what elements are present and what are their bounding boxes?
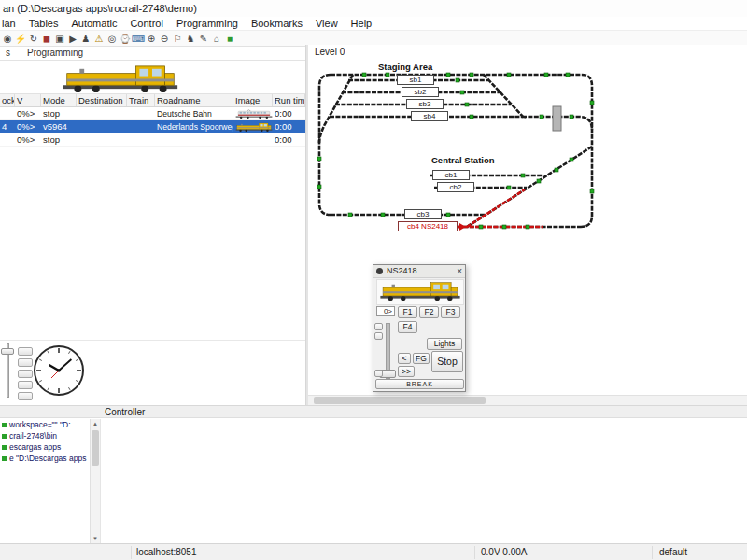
tab-programming[interactable]: Programming xyxy=(19,47,92,60)
level-caption: Level 0 xyxy=(315,47,345,57)
selected-loco-preview xyxy=(59,63,182,93)
mini-function-button[interactable] xyxy=(18,392,33,400)
mini-function-button[interactable] xyxy=(18,347,33,356)
sensors-layer xyxy=(317,73,594,229)
menu-item-programming[interactable]: Programming xyxy=(170,17,245,30)
block-sb4[interactable]: sb4 xyxy=(411,111,448,121)
scroll-down-icon[interactable]: ▼ xyxy=(91,534,100,543)
log-vertical-scrollbar[interactable]: ▲ ▼ xyxy=(90,419,100,543)
block-sb1[interactable]: sb1 xyxy=(397,75,434,85)
divider xyxy=(652,546,653,559)
throttle-dialog: NS2418 × 0> F1 F2 F3 F4 Lights < FG Stop… xyxy=(373,264,466,392)
plug-icon[interactable]: ⚡ xyxy=(14,32,27,46)
col-roadname[interactable]: Roadname xyxy=(155,94,233,106)
zoom-out-icon[interactable]: ⊖ xyxy=(158,32,171,46)
close-icon[interactable]: × xyxy=(457,265,462,277)
loco-table-row-selected[interactable]: 4 0%> v5964 Nederlands Spoorwegen 0:00 xyxy=(0,120,305,133)
controller-title: Controller xyxy=(105,406,145,418)
col-train[interactable]: Train xyxy=(127,94,155,106)
stop-icon[interactable]: ◼ xyxy=(40,32,53,46)
folder-icon[interactable]: ⌂ xyxy=(210,32,223,46)
log-level-icon xyxy=(2,456,7,461)
log-level-icon xyxy=(2,445,7,450)
occupied-route xyxy=(458,189,543,227)
status-host: localhost:8051 xyxy=(136,544,197,560)
prev-button[interactable]: < xyxy=(398,353,411,364)
tab-trains[interactable]: s xyxy=(0,47,19,60)
throttle-titlebar[interactable]: NS2418 × xyxy=(374,265,465,278)
mini-function-button[interactable] xyxy=(18,381,33,389)
row-loco-image xyxy=(233,120,273,133)
direction-arrow xyxy=(459,223,466,231)
warning-icon[interactable]: ⚠ xyxy=(92,32,106,46)
scrollbar-thumb[interactable] xyxy=(314,397,486,404)
left-tab-bar: s Programming xyxy=(0,47,305,61)
menu-item-control[interactable]: Control xyxy=(123,17,169,30)
scrollbar-thumb[interactable] xyxy=(92,430,99,466)
menu-item-bookmarks[interactable]: Bookmarks xyxy=(245,17,309,30)
fg-button[interactable]: FG xyxy=(413,353,430,364)
menu-item-help[interactable]: Help xyxy=(345,17,379,30)
go-icon[interactable]: ■ xyxy=(223,32,236,46)
window-title: an (D:\Descargas apps\rocrail-2748\demo) xyxy=(0,0,747,17)
controller-output-area[interactable] xyxy=(100,419,747,543)
speed-slider-handle[interactable] xyxy=(1,348,14,355)
reset-icon[interactable]: ↻ xyxy=(27,32,40,46)
mini-function-button[interactable] xyxy=(18,358,33,367)
loco-icon[interactable]: ♟ xyxy=(79,32,92,46)
menu-item-automatic[interactable]: Automatic xyxy=(64,17,123,30)
col-block[interactable]: ock xyxy=(0,94,15,106)
col-destination[interactable]: Destination xyxy=(77,94,127,106)
controller-panel-header: Controller xyxy=(0,405,747,418)
block-sb3[interactable]: sb3 xyxy=(406,99,444,109)
plan-horizontal-scrollbar[interactable] xyxy=(308,395,747,405)
mini-function-button[interactable] xyxy=(18,370,33,378)
server-log-pane[interactable]: workspace="" "D: crail-2748\bin escargas… xyxy=(0,419,90,543)
block-sb2[interactable]: sb2 xyxy=(402,87,439,97)
power-icon[interactable]: ◉ xyxy=(1,32,14,46)
block-cb2[interactable]: cb2 xyxy=(437,182,474,192)
menu-item-view[interactable]: View xyxy=(309,17,345,30)
monitor-icon[interactable]: ⌨ xyxy=(132,32,145,46)
loco-table-row[interactable]: 0%> stop 0:00 xyxy=(0,133,305,147)
f1-button[interactable]: F1 xyxy=(398,306,417,318)
f3-button[interactable]: F3 xyxy=(441,306,460,318)
stop-button[interactable]: Stop xyxy=(431,351,463,372)
slider-step-button[interactable] xyxy=(374,323,383,330)
notes-icon[interactable]: ✎ xyxy=(197,32,210,46)
row-loco-image xyxy=(233,107,273,119)
trace-icon[interactable]: ◎ xyxy=(106,32,119,46)
slider-step-button[interactable] xyxy=(374,370,383,377)
flag-icon[interactable]: ⚐ xyxy=(171,32,184,46)
status-power: 0.0V 0.00A xyxy=(481,544,527,560)
block-cb1[interactable]: cb1 xyxy=(432,170,470,180)
lights-button[interactable]: Lights xyxy=(427,338,462,350)
block-cb4-occupied[interactable]: cb4 NS2418 xyxy=(398,221,458,231)
zoom-in-icon[interactable]: ⊕ xyxy=(145,32,158,46)
menu-item-tables[interactable]: Tables xyxy=(22,17,65,30)
slider-step-button[interactable] xyxy=(374,332,383,340)
block-cb3[interactable]: cb3 xyxy=(404,209,442,219)
col-image[interactable]: Image xyxy=(233,94,273,106)
status-profile: default xyxy=(659,544,687,560)
log-line: workspace="" "D: xyxy=(0,419,90,430)
col-runtime[interactable]: Run time xyxy=(273,94,305,106)
col-v[interactable]: V__ xyxy=(15,94,41,106)
emergency-break-icon[interactable]: ▣ xyxy=(53,32,66,46)
auto-mode-icon[interactable]: ▶ xyxy=(66,32,79,46)
scroll-up-icon[interactable]: ▲ xyxy=(91,419,100,428)
menu-item-plan[interactable]: lan xyxy=(0,17,22,30)
clock-icon[interactable]: ⌚ xyxy=(119,32,132,46)
gray-loco-image xyxy=(235,108,273,119)
f4-button[interactable]: F4 xyxy=(398,321,417,333)
col-mode[interactable]: Mode xyxy=(41,94,77,106)
next-button[interactable]: >> xyxy=(398,366,415,377)
knight-icon[interactable]: ♞ xyxy=(184,32,197,46)
f2-button[interactable]: F2 xyxy=(419,306,439,318)
divider xyxy=(474,546,475,559)
loco-table-row[interactable]: 0%> stop Deutsche Bahn 0:00 xyxy=(0,107,305,120)
yellow-loco-image xyxy=(59,63,182,93)
break-button[interactable]: BREAK xyxy=(375,379,464,389)
yellow-loco-image xyxy=(235,121,273,133)
status-bar: localhost:8051 0.0V 0.00A default xyxy=(0,543,747,560)
